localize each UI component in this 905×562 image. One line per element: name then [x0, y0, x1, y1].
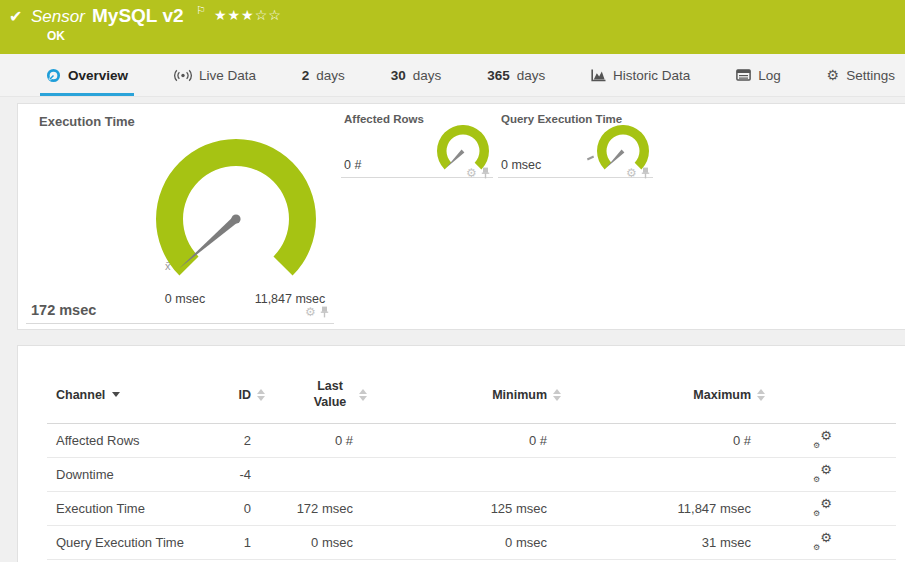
gauge-max-label: 11,847 msec [240, 292, 340, 306]
channel-id: -4 [201, 467, 251, 482]
tab-overview[interactable]: Overview [40, 54, 134, 96]
gauges-panel: Execution Time x̄ 0 msec 11,847 msec 172… [17, 103, 905, 330]
stars-filled[interactable]: ★★★ [214, 7, 255, 23]
flag-icon[interactable]: ⚐ [196, 4, 206, 17]
last-value: 0 msec [251, 535, 353, 550]
table-row: Affected Rows 2 0 # 0 # 0 # ⚙⚙ [47, 424, 896, 458]
column-label: Channel [56, 388, 105, 402]
channel-settings-icon[interactable]: ⚙⚙ [813, 499, 832, 516]
channel-name[interactable]: Execution Time [47, 501, 201, 516]
mini-gauge-value: 0 # [344, 158, 361, 172]
channel-settings-icon[interactable]: ⚙⚙ [813, 431, 832, 448]
channel-name[interactable]: Affected Rows [47, 433, 201, 448]
gear-icon[interactable]: ⚙ [466, 167, 477, 179]
status-badge: OK [47, 29, 65, 43]
minimum-value: 0 # [353, 433, 547, 448]
pin-icon[interactable] [481, 167, 490, 179]
channel-name[interactable]: Query Execution Time [47, 535, 201, 550]
tab-number: 2 [302, 68, 310, 83]
tab-label: Historic Data [613, 68, 690, 83]
tile-actions: ⚙ [466, 167, 490, 179]
main-gauge-value: 172 msec [31, 302, 96, 318]
tab-number: 30 [391, 68, 406, 83]
tab-label: days [316, 68, 345, 83]
column-label: Maximum [693, 388, 751, 402]
tab-label: days [413, 68, 442, 83]
tile-actions: ⚙ [305, 306, 329, 318]
historic-chart-icon [591, 69, 606, 82]
tab-label: Overview [68, 68, 128, 83]
average-marker: x̄ [165, 260, 171, 272]
priority-stars[interactable]: ★★★☆☆ [214, 7, 282, 23]
table-row: Execution Time 0 172 msec 125 msec 11,84… [47, 492, 896, 526]
column-header-maximum[interactable]: Maximum [547, 388, 751, 402]
channel-name[interactable]: Downtime [47, 467, 201, 482]
tile-actions: ⚙ [626, 167, 650, 179]
column-label: ID [239, 388, 252, 402]
channel-id: 0 [201, 501, 251, 516]
gear-icon[interactable]: ⚙ [305, 306, 316, 318]
channel-settings-icon[interactable]: ⚙⚙ [813, 465, 832, 482]
column-header-last-value[interactable]: Last Value [251, 379, 353, 410]
tab-live-data[interactable]: Live Data [168, 54, 262, 96]
maximum-value: 31 msec [547, 535, 751, 550]
pin-icon[interactable] [320, 306, 329, 318]
pin-icon[interactable] [641, 167, 650, 179]
gauge-icon [46, 68, 61, 83]
minimum-value: 0 msec [353, 535, 547, 550]
tab-2-days[interactable]: 2 days [296, 54, 351, 96]
tab-label: Live Data [199, 68, 256, 83]
tab-365-days[interactable]: 365 days [481, 54, 551, 96]
object-kind-label: Sensor [31, 7, 85, 27]
gear-icon[interactable]: ⚙ [626, 167, 637, 179]
stars-empty[interactable]: ☆☆ [255, 7, 282, 23]
column-header-id[interactable]: ID [201, 388, 251, 402]
tab-bar: Overview Live Data 2 days 30 days 365 da… [0, 54, 905, 97]
channel-id: 2 [201, 433, 251, 448]
tab-label: days [517, 68, 546, 83]
tab-log[interactable]: Log [730, 54, 787, 96]
log-icon [736, 69, 751, 81]
sort-caret-icon [112, 392, 120, 397]
maximum-value: 11,847 msec [547, 501, 751, 516]
channels-table: Channel ID Last Value Minimum Maximum [47, 346, 896, 560]
tab-historic-data[interactable]: Historic Data [585, 54, 696, 96]
tab-settings[interactable]: ⚙ Settings [821, 54, 901, 96]
gauge-min-label: 0 msec [145, 292, 225, 306]
sensor-title: MySQL v2 [92, 5, 184, 27]
tab-label: Settings [846, 68, 895, 83]
tab-30-days[interactable]: 30 days [385, 54, 448, 96]
column-label: Last Value [307, 379, 353, 410]
maximum-value: 0 # [547, 433, 751, 448]
last-value: 172 msec [251, 501, 353, 516]
sensor-header: ✔ Sensor MySQL v2 ⚐ ★★★☆☆ OK [0, 0, 905, 54]
mini-gauge-value: 0 msec [501, 158, 541, 172]
average-marker [587, 156, 594, 161]
column-label: Minimum [492, 388, 547, 402]
channel-id: 1 [201, 535, 251, 550]
table-row: Downtime -4 ⚙⚙ [47, 458, 896, 492]
sort-icon [756, 389, 765, 401]
channel-settings-icon[interactable]: ⚙⚙ [813, 533, 832, 550]
live-icon [174, 69, 192, 82]
table-header-row: Channel ID Last Value Minimum Maximum [47, 346, 896, 424]
mini-gauge-title-query-execution-time: Query Execution Time [501, 113, 622, 125]
tab-number: 365 [487, 68, 510, 83]
tile-divider [26, 323, 334, 324]
execution-time-gauge [151, 137, 321, 297]
main-gauge-title: Execution Time [39, 114, 135, 129]
channels-panel: Channel ID Last Value Minimum Maximum [17, 345, 905, 562]
tab-label: Log [758, 68, 781, 83]
status-check-icon: ✔ [9, 7, 22, 26]
gear-icon: ⚙ [827, 68, 840, 82]
column-header-channel[interactable]: Channel [47, 388, 201, 402]
column-header-minimum[interactable]: Minimum [353, 388, 547, 402]
table-row: Query Execution Time 1 0 msec 0 msec 31 … [47, 526, 896, 560]
mini-gauge-title-affected-rows: Affected Rows [344, 113, 424, 125]
last-value: 0 # [251, 433, 353, 448]
minimum-value: 125 msec [353, 501, 547, 516]
